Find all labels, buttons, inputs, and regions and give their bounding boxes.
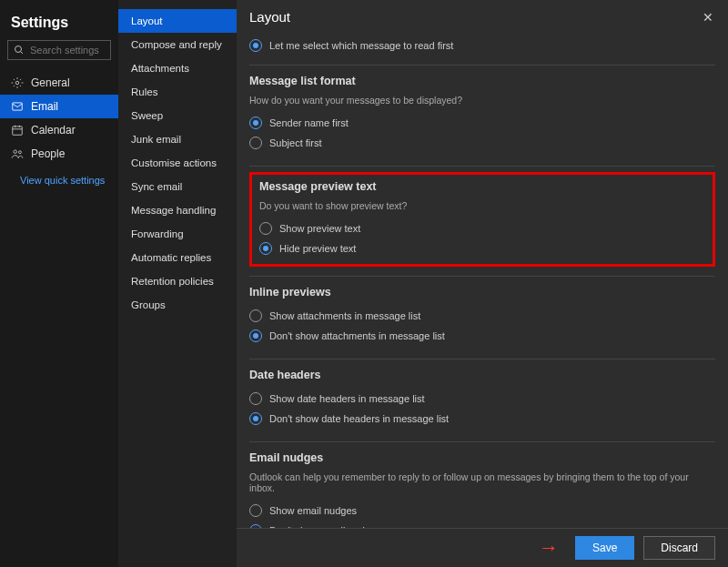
- section-date-headers: Date headers Show date headers in messag…: [249, 359, 715, 442]
- nav-label: Calendar: [31, 124, 76, 137]
- radio-hide-preview[interactable]: Hide preview text: [259, 238, 705, 258]
- people-icon: [11, 147, 24, 160]
- arrow-annotation-icon: →: [539, 536, 559, 560]
- discard-button[interactable]: Discard: [643, 536, 715, 560]
- radio-label: Don't show date headers in message list: [269, 413, 449, 424]
- svg-point-2: [15, 81, 19, 85]
- calendar-icon: [11, 124, 24, 137]
- radio-dot-icon: [249, 116, 262, 129]
- radio-dot-icon: [249, 39, 262, 52]
- radio-label: Subject first: [269, 137, 321, 148]
- radio-dot-icon: [249, 137, 262, 149]
- radio-label: Show attachments in message list: [269, 310, 420, 321]
- nav-label: People: [31, 147, 65, 160]
- view-quick-settings-link[interactable]: View quick settings: [0, 166, 118, 186]
- svg-rect-4: [13, 127, 23, 135]
- panel-title: Layout: [249, 9, 290, 25]
- section-question: How do you want your messages to be disp…: [249, 95, 715, 106]
- radio-label: Sender name first: [269, 117, 349, 128]
- search-field[interactable]: [30, 45, 105, 56]
- menu-retention[interactable]: Retention policies: [118, 269, 237, 293]
- radio-dot-icon: [249, 392, 262, 405]
- radio-sender-first[interactable]: Sender name first: [249, 113, 715, 133]
- menu-attachments[interactable]: Attachments: [118, 56, 237, 80]
- search-icon: [14, 45, 25, 56]
- section-title: Message list format: [249, 75, 715, 87]
- radio-dot-icon: [249, 329, 262, 342]
- menu-sweep[interactable]: Sweep: [118, 104, 237, 127]
- radio-show-date-headers[interactable]: Show date headers in message list: [249, 389, 715, 409]
- menu-handling[interactable]: Message handling: [118, 198, 237, 222]
- menu-customise[interactable]: Customise actions: [118, 151, 237, 175]
- radio-show-attachments[interactable]: Show attachments in message list: [249, 306, 715, 326]
- section-title: Inline previews: [249, 286, 715, 299]
- highlight-box: Message preview text Do you want to show…: [249, 172, 715, 267]
- svg-point-9: [18, 151, 21, 154]
- radio-subject-first[interactable]: Subject first: [249, 133, 715, 153]
- radio-dot-icon: [249, 412, 262, 425]
- radio-hide-date-headers[interactable]: Don't show date headers in message list: [249, 409, 715, 429]
- section-email-nudges: Email nudges Outlook can help you rememb…: [249, 442, 715, 528]
- menu-compose[interactable]: Compose and reply: [118, 33, 237, 56]
- svg-point-8: [14, 150, 16, 154]
- gear-icon: [11, 76, 24, 89]
- nav-people[interactable]: People: [0, 142, 118, 166]
- section-inline-previews: Inline previews Show attachments in mess…: [249, 277, 715, 359]
- footer: → Save Discard: [237, 528, 728, 567]
- radio-label: Don't show attachments in message list: [269, 330, 445, 341]
- radio-label: Show date headers in message list: [269, 393, 425, 404]
- search-input[interactable]: [7, 40, 111, 60]
- radio-show-preview[interactable]: Show preview text: [259, 218, 705, 238]
- panel-header: Layout ✕: [237, 0, 728, 32]
- section-title: Email nudges: [249, 451, 715, 464]
- menu-sync[interactable]: Sync email: [118, 175, 237, 198]
- menu-forwarding[interactable]: Forwarding: [118, 222, 237, 246]
- radio-label: Show preview text: [279, 223, 360, 234]
- radio-dot-icon: [249, 504, 262, 517]
- nav-general[interactable]: General: [0, 71, 118, 95]
- content-panel: Layout ✕ Let me select which message to …: [237, 0, 728, 567]
- menu-junk[interactable]: Junk email: [118, 127, 237, 151]
- nav-label: Email: [31, 100, 58, 113]
- section-title: Date headers: [249, 369, 715, 381]
- radio-label: Let me select which message to read firs…: [269, 40, 453, 51]
- nav-label: General: [31, 76, 70, 89]
- radio-show-nudges[interactable]: Show email nudges: [249, 501, 715, 521]
- radio-hide-attachments[interactable]: Don't show attachments in message list: [249, 326, 715, 346]
- radio-dot-icon: [249, 309, 262, 322]
- section-question: Do you want to show preview text?: [259, 200, 705, 211]
- submenu: Layout Compose and reply Attachments Rul…: [118, 0, 237, 567]
- save-button[interactable]: Save: [575, 536, 634, 560]
- panel-content: Let me select which message to read firs…: [237, 32, 728, 528]
- settings-sidebar: Settings General Email Calendar People V…: [0, 0, 118, 567]
- close-icon[interactable]: ✕: [703, 11, 715, 24]
- svg-line-1: [21, 52, 24, 55]
- radio-let-me-select[interactable]: Let me select which message to read firs…: [249, 35, 715, 56]
- radio-dot-icon: [259, 242, 272, 255]
- menu-groups[interactable]: Groups: [118, 293, 237, 317]
- menu-rules[interactable]: Rules: [118, 80, 237, 104]
- section-message-list-format: Message list format How do you want your…: [249, 66, 715, 167]
- menu-layout[interactable]: Layout: [118, 9, 237, 33]
- settings-title: Settings: [0, 9, 118, 40]
- nav-calendar[interactable]: Calendar: [0, 118, 118, 142]
- svg-point-0: [15, 46, 22, 53]
- mail-icon: [11, 100, 24, 113]
- radio-label: Hide preview text: [279, 243, 356, 254]
- menu-autoreplies[interactable]: Automatic replies: [118, 246, 237, 269]
- radio-label: Show email nudges: [269, 505, 357, 516]
- nav-email[interactable]: Email: [0, 95, 118, 118]
- radio-hide-nudges[interactable]: Don't show email nudges: [249, 521, 715, 528]
- radio-dot-icon: [259, 222, 272, 235]
- svg-rect-3: [13, 103, 23, 110]
- section-question: Outlook can help you remember to reply t…: [249, 471, 715, 493]
- section-title: Message preview text: [259, 180, 705, 193]
